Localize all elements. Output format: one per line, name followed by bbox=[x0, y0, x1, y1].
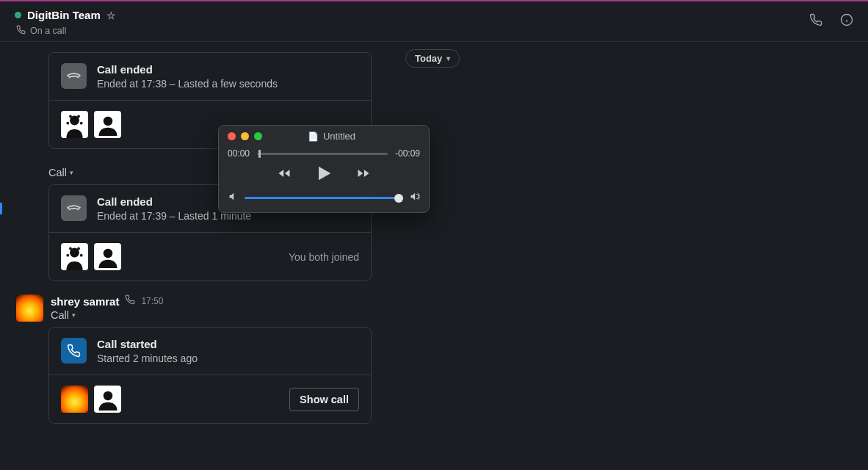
star-icon[interactable]: ☆ bbox=[106, 10, 116, 21]
seek-slider[interactable] bbox=[257, 153, 388, 155]
channel-status-text: On a call bbox=[30, 26, 66, 36]
caret-down-icon: ▾ bbox=[70, 169, 73, 176]
volume-high-icon bbox=[409, 191, 420, 205]
remaining-time: -00:09 bbox=[395, 148, 420, 159]
channel-name: DigitBin Team bbox=[27, 9, 101, 21]
svg-point-6 bbox=[80, 122, 83, 125]
player-titlebar[interactable]: 📄 Untitled bbox=[228, 131, 420, 142]
caret-down-icon: ▾ bbox=[72, 311, 76, 319]
phone-icon bbox=[16, 25, 26, 37]
phone-down-icon bbox=[61, 63, 87, 89]
participant-avatar[interactable] bbox=[61, 111, 88, 138]
date-divider-button[interactable]: Today ▾ bbox=[405, 49, 460, 68]
selection-indicator bbox=[0, 203, 2, 214]
participant-avatar-row bbox=[61, 386, 121, 413]
call-button[interactable] bbox=[809, 13, 822, 29]
call-card-title: Call ended bbox=[97, 63, 278, 76]
channel-title-button[interactable]: DigitBin Team ☆ bbox=[15, 9, 116, 21]
message-row: shrey samrat17:50Call▾ bbox=[16, 294, 868, 327]
call-card-title: Call started bbox=[97, 338, 198, 350]
svg-point-8 bbox=[77, 115, 80, 118]
play-button[interactable] bbox=[314, 163, 334, 187]
elapsed-time: 00:00 bbox=[228, 148, 250, 159]
seek-knob-icon bbox=[258, 150, 261, 158]
message-author[interactable]: shrey samrat bbox=[51, 295, 119, 308]
author-avatar[interactable] bbox=[16, 294, 43, 322]
svg-point-5 bbox=[66, 122, 69, 125]
info-button[interactable] bbox=[840, 13, 853, 29]
volume-low-icon bbox=[228, 191, 239, 205]
document-icon: 📄 bbox=[308, 131, 319, 142]
player-title-text: Untitled bbox=[323, 131, 355, 142]
participant-avatar[interactable] bbox=[94, 243, 121, 270]
presence-indicator-icon bbox=[15, 12, 21, 18]
call-card-note: You both joined bbox=[289, 251, 359, 263]
phone-icon bbox=[125, 294, 135, 308]
participant-avatar[interactable] bbox=[61, 243, 88, 270]
call-attachment-label: Call bbox=[51, 309, 69, 321]
call-attachment-dropdown[interactable]: Call▾ bbox=[48, 167, 73, 178]
player-title: 📄 Untitled bbox=[243, 131, 420, 142]
phone-down-icon bbox=[61, 195, 87, 221]
channel-header: DigitBin Team ☆ On a call bbox=[0, 1, 868, 42]
svg-point-15 bbox=[77, 247, 80, 250]
svg-point-7 bbox=[69, 115, 72, 118]
fast-forward-button[interactable] bbox=[355, 166, 372, 184]
volume-slider[interactable] bbox=[245, 197, 403, 199]
media-player-window[interactable]: 📄 Untitled 00:00 -00:09 bbox=[218, 125, 430, 213]
participant-avatar-row bbox=[61, 111, 121, 138]
volume-knob-icon bbox=[394, 194, 403, 203]
call-card-subtitle: Started 2 minutes ago bbox=[97, 352, 198, 364]
call-attachment-dropdown[interactable]: Call▾ bbox=[51, 309, 76, 321]
call-card: Call startedStarted 2 minutes agoShow ca… bbox=[48, 327, 372, 424]
call-attachment-label: Call bbox=[48, 167, 67, 178]
close-window-button[interactable] bbox=[228, 132, 236, 140]
rewind-button[interactable] bbox=[275, 166, 293, 184]
svg-point-16 bbox=[103, 248, 112, 258]
call-card-subtitle: Ended at 17:38 – Lasted a few seconds bbox=[97, 78, 278, 90]
svg-point-17 bbox=[103, 391, 112, 400]
svg-point-14 bbox=[69, 247, 72, 250]
participant-avatar[interactable] bbox=[94, 386, 121, 413]
date-divider-label: Today bbox=[415, 53, 442, 64]
message-pane[interactable]: Today ▾ Call endedEnded at 17:38 – Laste… bbox=[0, 42, 868, 459]
svg-point-12 bbox=[66, 254, 69, 257]
participant-avatar[interactable] bbox=[61, 386, 88, 413]
svg-point-9 bbox=[103, 116, 112, 126]
channel-status: On a call bbox=[16, 25, 116, 37]
participant-avatar-row bbox=[61, 243, 121, 270]
show-call-button[interactable]: Show call bbox=[289, 388, 359, 411]
svg-point-13 bbox=[80, 254, 83, 257]
chevron-down-icon: ▾ bbox=[446, 54, 450, 62]
message-timestamp[interactable]: 17:50 bbox=[141, 296, 163, 306]
phone-icon bbox=[61, 338, 87, 364]
participant-avatar[interactable] bbox=[94, 111, 121, 138]
